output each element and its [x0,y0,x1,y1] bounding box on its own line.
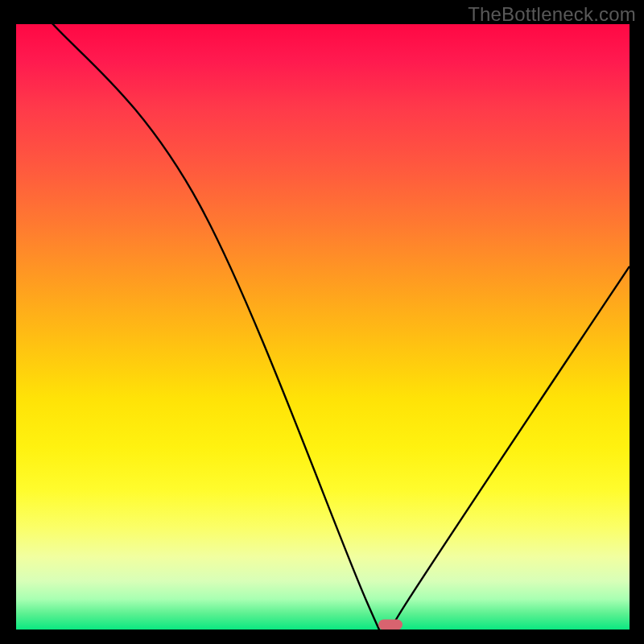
optimal-point-marker [378,619,402,630]
bottleneck-curve [16,24,630,630]
plot-area [16,24,630,630]
watermark-text: TheBottleneck.com [468,3,636,26]
curve-path [16,24,630,630]
chart-frame: TheBottleneck.com [0,0,644,644]
